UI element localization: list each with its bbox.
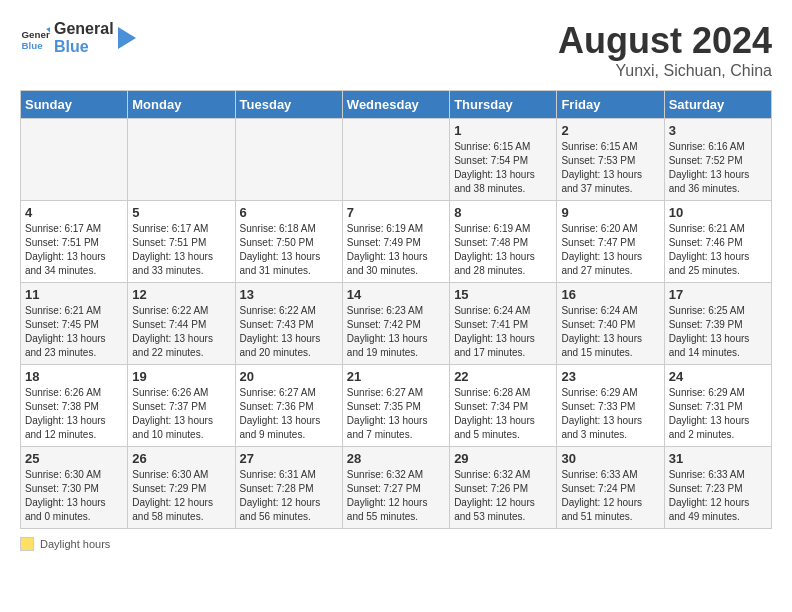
day-number: 28 (347, 451, 445, 466)
calendar-cell: 4Sunrise: 6:17 AM Sunset: 7:51 PM Daylig… (21, 201, 128, 283)
header-monday: Monday (128, 91, 235, 119)
calendar-week-0: 1Sunrise: 6:15 AM Sunset: 7:54 PM Daylig… (21, 119, 772, 201)
calendar-cell: 13Sunrise: 6:22 AM Sunset: 7:43 PM Dayli… (235, 283, 342, 365)
day-number: 22 (454, 369, 552, 384)
day-number: 10 (669, 205, 767, 220)
day-number: 1 (454, 123, 552, 138)
calendar-cell: 24Sunrise: 6:29 AM Sunset: 7:31 PM Dayli… (664, 365, 771, 447)
day-number: 27 (240, 451, 338, 466)
calendar-cell: 23Sunrise: 6:29 AM Sunset: 7:33 PM Dayli… (557, 365, 664, 447)
svg-marker-3 (118, 27, 136, 49)
day-number: 26 (132, 451, 230, 466)
header-wednesday: Wednesday (342, 91, 449, 119)
logo-general: General (54, 20, 114, 38)
calendar-cell (342, 119, 449, 201)
page-header: General Blue General Blue August 2024 Yu… (20, 20, 772, 80)
logo-arrow-icon (118, 27, 136, 49)
day-info: Sunrise: 6:29 AM Sunset: 7:33 PM Dayligh… (561, 386, 659, 442)
day-info: Sunrise: 6:31 AM Sunset: 7:28 PM Dayligh… (240, 468, 338, 524)
calendar-cell: 11Sunrise: 6:21 AM Sunset: 7:45 PM Dayli… (21, 283, 128, 365)
header-saturday: Saturday (664, 91, 771, 119)
main-title: August 2024 (558, 20, 772, 62)
day-number: 5 (132, 205, 230, 220)
header-thursday: Thursday (450, 91, 557, 119)
day-number: 21 (347, 369, 445, 384)
calendar-cell: 8Sunrise: 6:19 AM Sunset: 7:48 PM Daylig… (450, 201, 557, 283)
calendar-cell: 17Sunrise: 6:25 AM Sunset: 7:39 PM Dayli… (664, 283, 771, 365)
calendar-cell: 3Sunrise: 6:16 AM Sunset: 7:52 PM Daylig… (664, 119, 771, 201)
day-info: Sunrise: 6:27 AM Sunset: 7:36 PM Dayligh… (240, 386, 338, 442)
day-number: 15 (454, 287, 552, 302)
day-number: 20 (240, 369, 338, 384)
day-info: Sunrise: 6:15 AM Sunset: 7:54 PM Dayligh… (454, 140, 552, 196)
day-number: 30 (561, 451, 659, 466)
day-info: Sunrise: 6:28 AM Sunset: 7:34 PM Dayligh… (454, 386, 552, 442)
calendar-cell: 30Sunrise: 6:33 AM Sunset: 7:24 PM Dayli… (557, 447, 664, 529)
day-info: Sunrise: 6:17 AM Sunset: 7:51 PM Dayligh… (132, 222, 230, 278)
day-info: Sunrise: 6:18 AM Sunset: 7:50 PM Dayligh… (240, 222, 338, 278)
logo-icon: General Blue (20, 23, 50, 53)
day-number: 29 (454, 451, 552, 466)
day-info: Sunrise: 6:30 AM Sunset: 7:30 PM Dayligh… (25, 468, 123, 524)
day-number: 23 (561, 369, 659, 384)
day-info: Sunrise: 6:16 AM Sunset: 7:52 PM Dayligh… (669, 140, 767, 196)
calendar-cell: 1Sunrise: 6:15 AM Sunset: 7:54 PM Daylig… (450, 119, 557, 201)
footer: Daylight hours (20, 537, 772, 551)
day-number: 16 (561, 287, 659, 302)
day-info: Sunrise: 6:29 AM Sunset: 7:31 PM Dayligh… (669, 386, 767, 442)
day-number: 17 (669, 287, 767, 302)
day-number: 7 (347, 205, 445, 220)
day-info: Sunrise: 6:33 AM Sunset: 7:24 PM Dayligh… (561, 468, 659, 524)
calendar-cell: 27Sunrise: 6:31 AM Sunset: 7:28 PM Dayli… (235, 447, 342, 529)
calendar-cell: 20Sunrise: 6:27 AM Sunset: 7:36 PM Dayli… (235, 365, 342, 447)
header-friday: Friday (557, 91, 664, 119)
day-info: Sunrise: 6:15 AM Sunset: 7:53 PM Dayligh… (561, 140, 659, 196)
day-info: Sunrise: 6:27 AM Sunset: 7:35 PM Dayligh… (347, 386, 445, 442)
calendar-cell: 29Sunrise: 6:32 AM Sunset: 7:26 PM Dayli… (450, 447, 557, 529)
day-number: 11 (25, 287, 123, 302)
svg-text:General: General (22, 29, 51, 40)
header-tuesday: Tuesday (235, 91, 342, 119)
day-number: 18 (25, 369, 123, 384)
calendar-cell: 16Sunrise: 6:24 AM Sunset: 7:40 PM Dayli… (557, 283, 664, 365)
calendar-cell: 28Sunrise: 6:32 AM Sunset: 7:27 PM Dayli… (342, 447, 449, 529)
calendar-cell: 25Sunrise: 6:30 AM Sunset: 7:30 PM Dayli… (21, 447, 128, 529)
calendar-week-3: 18Sunrise: 6:26 AM Sunset: 7:38 PM Dayli… (21, 365, 772, 447)
day-number: 12 (132, 287, 230, 302)
calendar-cell (128, 119, 235, 201)
calendar-cell: 18Sunrise: 6:26 AM Sunset: 7:38 PM Dayli… (21, 365, 128, 447)
day-info: Sunrise: 6:30 AM Sunset: 7:29 PM Dayligh… (132, 468, 230, 524)
day-info: Sunrise: 6:20 AM Sunset: 7:47 PM Dayligh… (561, 222, 659, 278)
day-info: Sunrise: 6:32 AM Sunset: 7:27 PM Dayligh… (347, 468, 445, 524)
day-number: 8 (454, 205, 552, 220)
calendar-cell: 19Sunrise: 6:26 AM Sunset: 7:37 PM Dayli… (128, 365, 235, 447)
day-info: Sunrise: 6:22 AM Sunset: 7:44 PM Dayligh… (132, 304, 230, 360)
day-info: Sunrise: 6:32 AM Sunset: 7:26 PM Dayligh… (454, 468, 552, 524)
day-info: Sunrise: 6:24 AM Sunset: 7:41 PM Dayligh… (454, 304, 552, 360)
calendar-cell: 15Sunrise: 6:24 AM Sunset: 7:41 PM Dayli… (450, 283, 557, 365)
calendar-cell: 6Sunrise: 6:18 AM Sunset: 7:50 PM Daylig… (235, 201, 342, 283)
title-block: August 2024 Yunxi, Sichuan, China (558, 20, 772, 80)
calendar-cell: 26Sunrise: 6:30 AM Sunset: 7:29 PM Dayli… (128, 447, 235, 529)
calendar-cell: 22Sunrise: 6:28 AM Sunset: 7:34 PM Dayli… (450, 365, 557, 447)
day-number: 4 (25, 205, 123, 220)
calendar-week-4: 25Sunrise: 6:30 AM Sunset: 7:30 PM Dayli… (21, 447, 772, 529)
day-info: Sunrise: 6:23 AM Sunset: 7:42 PM Dayligh… (347, 304, 445, 360)
calendar-week-2: 11Sunrise: 6:21 AM Sunset: 7:45 PM Dayli… (21, 283, 772, 365)
calendar-cell: 12Sunrise: 6:22 AM Sunset: 7:44 PM Dayli… (128, 283, 235, 365)
day-info: Sunrise: 6:24 AM Sunset: 7:40 PM Dayligh… (561, 304, 659, 360)
day-number: 6 (240, 205, 338, 220)
calendar-cell: 7Sunrise: 6:19 AM Sunset: 7:49 PM Daylig… (342, 201, 449, 283)
day-number: 31 (669, 451, 767, 466)
day-info: Sunrise: 6:25 AM Sunset: 7:39 PM Dayligh… (669, 304, 767, 360)
day-number: 24 (669, 369, 767, 384)
calendar-cell: 10Sunrise: 6:21 AM Sunset: 7:46 PM Dayli… (664, 201, 771, 283)
day-info: Sunrise: 6:33 AM Sunset: 7:23 PM Dayligh… (669, 468, 767, 524)
calendar-cell: 5Sunrise: 6:17 AM Sunset: 7:51 PM Daylig… (128, 201, 235, 283)
day-info: Sunrise: 6:21 AM Sunset: 7:46 PM Dayligh… (669, 222, 767, 278)
day-number: 2 (561, 123, 659, 138)
day-number: 19 (132, 369, 230, 384)
header-sunday: Sunday (21, 91, 128, 119)
calendar-table: SundayMondayTuesdayWednesdayThursdayFrid… (20, 90, 772, 529)
calendar-cell (21, 119, 128, 201)
